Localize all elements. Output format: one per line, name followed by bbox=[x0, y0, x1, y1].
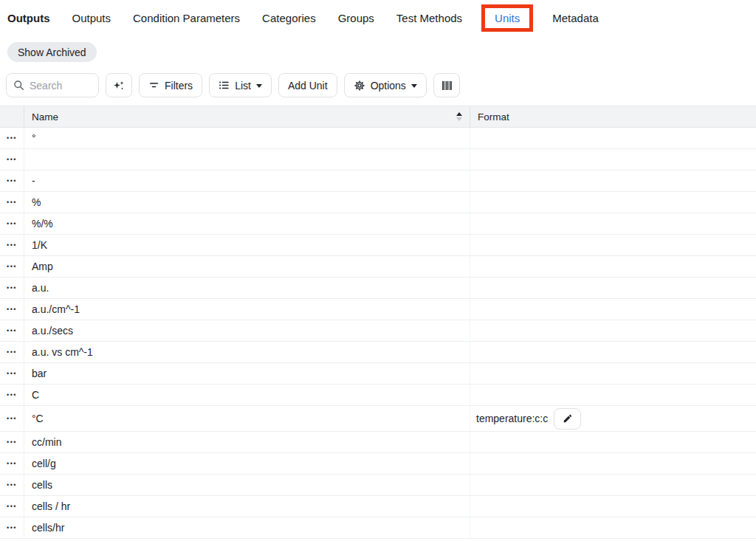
row-menu-button[interactable]: ••• bbox=[4, 392, 20, 399]
tab-categories[interactable]: Categories bbox=[262, 12, 316, 24]
column-header-name[interactable]: Name bbox=[24, 106, 470, 127]
tab-units[interactable]: Units bbox=[495, 12, 520, 24]
chevron-down-icon bbox=[411, 84, 417, 88]
row-menu-button[interactable]: ••• bbox=[4, 135, 20, 142]
sparkles-icon bbox=[113, 80, 125, 92]
unit-format-cell bbox=[470, 192, 756, 213]
tab-outputs[interactable]: Outputs bbox=[72, 12, 111, 24]
unit-name-cell: bar bbox=[24, 363, 470, 384]
unit-name-cell: - bbox=[24, 170, 470, 191]
annotation-highlight-box: Units bbox=[481, 4, 533, 32]
tab-condition-parameters[interactable]: Condition Parameters bbox=[133, 12, 240, 24]
unit-name-cell: % bbox=[24, 192, 470, 213]
table-row: ••• - bbox=[0, 170, 756, 192]
units-page: Outputs Outputs Condition Parameters Cat… bbox=[0, 0, 756, 539]
table-header: Name Format bbox=[0, 106, 756, 128]
table-row: ••• %/% bbox=[0, 213, 756, 235]
unit-name-cell: cc/min bbox=[24, 432, 470, 452]
row-menu-button[interactable]: ••• bbox=[4, 263, 20, 270]
search-input[interactable] bbox=[30, 80, 92, 92]
options-button[interactable]: Options bbox=[344, 73, 427, 97]
vertical-bars-icon bbox=[441, 80, 453, 92]
table-row: ••• cells / hr bbox=[0, 496, 756, 517]
table-row: ••• cells/hr bbox=[0, 517, 756, 539]
unit-format-cell bbox=[470, 517, 756, 538]
unit-format-cell bbox=[470, 299, 756, 320]
chevron-down-icon bbox=[256, 84, 262, 88]
unit-name-cell: cells/hr bbox=[24, 517, 470, 538]
row-menu-button[interactable]: ••• bbox=[4, 482, 20, 489]
table-row: ••• bbox=[0, 149, 756, 170]
unit-name-cell: %/% bbox=[24, 213, 470, 234]
tab-bar: Outputs Outputs Condition Parameters Cat… bbox=[0, 0, 756, 35]
tab-metadata[interactable]: Metadata bbox=[552, 12, 599, 24]
gear-icon bbox=[354, 80, 365, 92]
add-unit-button[interactable]: Add Unit bbox=[278, 73, 337, 97]
unit-name-cell: a.u. vs cm^-1 bbox=[24, 342, 470, 362]
table-row: ••• cell/g bbox=[0, 453, 756, 475]
unit-format-cell bbox=[470, 256, 756, 277]
show-archived-button[interactable]: Show Archived bbox=[7, 42, 97, 62]
unit-format-cell bbox=[470, 342, 756, 362]
row-menu-button[interactable]: ••• bbox=[4, 285, 20, 292]
table-row: ••• a.u. vs cm^-1 bbox=[0, 342, 756, 363]
format-column-label: Format bbox=[478, 111, 509, 123]
unit-format-cell bbox=[470, 363, 756, 384]
row-menu-button[interactable]: ••• bbox=[4, 178, 20, 185]
toolbar: Filters List Add Unit bbox=[6, 73, 756, 97]
row-menu-button[interactable]: ••• bbox=[4, 328, 20, 334]
row-menu-button[interactable]: ••• bbox=[4, 242, 20, 249]
unit-format-cell bbox=[470, 453, 756, 474]
unit-format-cell bbox=[470, 320, 756, 341]
row-menu-button[interactable]: ••• bbox=[4, 461, 20, 467]
sort-icon[interactable] bbox=[456, 112, 462, 121]
unit-format-cell bbox=[470, 170, 756, 191]
unit-format-cell bbox=[470, 475, 756, 495]
table-row: ••• C bbox=[0, 385, 756, 406]
unit-name-cell: Amp bbox=[24, 256, 470, 277]
list-icon bbox=[219, 80, 230, 91]
row-menu-button[interactable]: ••• bbox=[4, 349, 20, 356]
row-menu-button[interactable]: ••• bbox=[4, 416, 20, 422]
row-menu-button[interactable]: ••• bbox=[4, 156, 20, 163]
row-menu-button[interactable]: ••• bbox=[4, 306, 20, 313]
row-menu-button[interactable]: ••• bbox=[4, 371, 20, 377]
pencil-icon bbox=[563, 413, 573, 424]
unit-name-cell: °C bbox=[24, 406, 470, 431]
unit-name-cell: cells bbox=[24, 475, 470, 495]
row-menu-button[interactable]: ••• bbox=[4, 439, 20, 446]
ai-sparkle-button[interactable] bbox=[106, 73, 132, 97]
unit-format-cell bbox=[470, 213, 756, 234]
tab-groups[interactable]: Groups bbox=[338, 12, 374, 24]
unit-name-cell bbox=[24, 149, 470, 170]
tab-test-methods[interactable]: Test Methods bbox=[396, 12, 462, 24]
filter-icon bbox=[148, 80, 159, 91]
row-menu-button[interactable]: ••• bbox=[4, 221, 20, 227]
search-box[interactable] bbox=[6, 73, 99, 97]
edit-format-button[interactable] bbox=[554, 408, 581, 430]
unit-format-cell bbox=[470, 128, 756, 148]
list-view-button[interactable]: List bbox=[209, 73, 272, 97]
unit-format-cell bbox=[470, 235, 756, 255]
unit-format-cell bbox=[470, 496, 756, 517]
unit-name-cell: ° bbox=[24, 128, 470, 148]
row-menu-button[interactable]: ••• bbox=[4, 503, 20, 510]
table-row: ••• a.u./secs bbox=[0, 320, 756, 342]
table-row: ••• Amp bbox=[0, 256, 756, 278]
table-row: ••• a.u. bbox=[0, 278, 756, 299]
filters-button[interactable]: Filters bbox=[139, 73, 202, 97]
table-row: ••• bar bbox=[0, 363, 756, 385]
tab-outputs[interactable]: Outputs bbox=[7, 12, 50, 24]
list-label: List bbox=[235, 80, 251, 92]
column-header-format[interactable]: Format bbox=[470, 106, 756, 127]
unit-name-cell: C bbox=[24, 385, 470, 405]
unit-name-cell: cells / hr bbox=[24, 496, 470, 517]
filters-label: Filters bbox=[165, 80, 193, 92]
unit-name-cell: a.u. bbox=[24, 278, 470, 298]
table-row: ••• °C temperature:c:c bbox=[0, 406, 756, 432]
row-menu-button[interactable]: ••• bbox=[4, 525, 20, 531]
unit-name-cell: 1/K bbox=[24, 235, 470, 255]
columns-button[interactable] bbox=[433, 73, 460, 97]
row-menu-button[interactable]: ••• bbox=[4, 199, 20, 206]
unit-format-cell bbox=[470, 385, 756, 405]
